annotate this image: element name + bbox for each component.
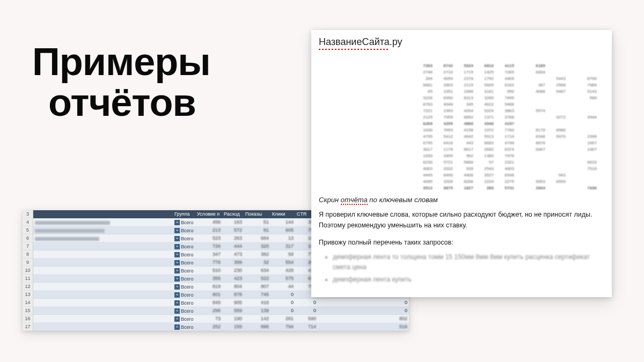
row-number: 9	[23, 258, 33, 267]
group-label: Всего	[181, 244, 194, 249]
col-clicks: Клики	[270, 210, 295, 218]
zero-cell: 0	[318, 307, 409, 315]
expand-icon[interactable]: +	[174, 316, 180, 322]
zero-cell: 0	[295, 299, 318, 307]
zero-cell: 0	[270, 307, 295, 315]
slide-title-line1: Примеры	[32, 42, 210, 83]
group-label: Всего	[181, 220, 194, 225]
table-row: 17+Всего252155896794714516	[23, 323, 409, 331]
group-label: Всего	[181, 260, 194, 265]
caption-post: по ключевым словам	[368, 196, 438, 204]
zero-cell: 0	[318, 299, 409, 307]
stats-row: 44458490440635276548943	[319, 172, 598, 179]
slide-title: Примеры отчётов	[32, 42, 210, 123]
stats-row: 6230572158665723216633	[319, 159, 598, 166]
row-number: 12	[23, 283, 33, 291]
expand-icon[interactable]: +	[174, 268, 180, 274]
row-number: 8	[23, 250, 33, 258]
expand-icon[interactable]: +	[174, 308, 180, 314]
stats-row: 284405923781792440954438790	[319, 76, 598, 82]
group-label: Всего	[181, 284, 194, 290]
doc-para1: Я проверил ключевые слова, которые сильн…	[319, 209, 604, 231]
document-card: НазваниеСайта.ру 72638742532468104115618…	[311, 30, 612, 297]
table-row: 14+Всего845905416000	[23, 299, 409, 307]
zero-cell: 0	[295, 307, 318, 315]
stats-row: 1630769341581072776081708580	[319, 127, 598, 134]
caption: Скрин отчёта по ключевым словам	[319, 196, 604, 204]
expand-icon[interactable]: +	[174, 292, 180, 298]
stats-row: 3017117986172682637460671007	[319, 146, 598, 153]
group-label: Всего	[181, 324, 194, 330]
row-number: 4	[23, 218, 33, 226]
stats-row: 722119934204522438635574	[319, 108, 598, 114]
group-label: Всего	[181, 252, 194, 257]
expand-icon[interactable]: +	[174, 244, 180, 249]
stats-row: 47555412464259131719834659702399	[319, 134, 598, 140]
col-group: Группа	[173, 210, 195, 218]
bullet-item: демпферная лента купить	[333, 275, 604, 285]
expand-icon[interactable]: +	[174, 260, 180, 265]
doc-title: НазваниеСайта.ру	[319, 36, 604, 48]
stats-row: 2125795588921371376842724544	[319, 114, 598, 121]
row-number: 17	[23, 323, 33, 331]
group-label: Всего	[181, 292, 194, 298]
row-number: 10	[23, 267, 33, 275]
group-label: Всего	[181, 228, 194, 233]
bullet-item: демпферная лента то толщина томм 15 150м…	[333, 252, 604, 272]
spellcheck-underline	[319, 49, 389, 50]
col-spend: Расход	[222, 210, 244, 218]
row-number: 14	[23, 299, 33, 307]
group-label: Всего	[181, 308, 194, 314]
row-number: 15	[23, 307, 33, 315]
caption-pre: Скрин	[319, 196, 341, 204]
stats-row: 4095333982062224227550536559	[319, 179, 598, 185]
table-row: 15+Всего296559139000	[23, 307, 409, 315]
stats-table-blurred: 7263874253246810411561892746271017151425…	[319, 56, 598, 191]
bullet-list: демпферная лента то толщина томм 15 150м…	[319, 252, 604, 285]
expand-icon[interactable]: +	[174, 220, 180, 225]
caption-em: отчёта	[341, 196, 368, 205]
group-label: Всего	[181, 300, 194, 306]
col-cond: Условие п	[195, 210, 222, 218]
expand-icon[interactable]: +	[174, 276, 180, 282]
doc-para2: Привожу полный перечень таких запросов:	[319, 237, 604, 248]
row-number: 13	[23, 291, 33, 299]
stats-row: 65105116983181550408854875143	[319, 88, 598, 95]
zero-cell: 0	[270, 291, 295, 299]
expand-icon[interactable]: +	[174, 236, 180, 241]
stats-row: 32288350831332857495589	[319, 95, 598, 101]
row-number: 11	[23, 275, 33, 283]
row-number: 3	[23, 210, 33, 218]
doc-body: Я проверил ключевые слова, которые сильн…	[319, 209, 604, 285]
row-number: 6	[23, 234, 33, 242]
stats-row: 40032032939254340037518	[319, 166, 598, 172]
expand-icon[interactable]: +	[174, 284, 180, 290]
stats-row: 62694295486043464197	[319, 121, 598, 127]
row-number: 7	[23, 242, 33, 250]
expand-icon[interactable]: +	[174, 300, 180, 306]
slide-title-line2: отчётов	[32, 83, 210, 123]
group-label: Всего	[181, 316, 194, 322]
stats-row: 726387425324681041156189	[319, 63, 598, 69]
stats-row: 6681280321195609616238725687989	[319, 82, 598, 88]
row-number: 5	[23, 226, 33, 234]
row-number: 16	[23, 315, 33, 323]
group-label: Всего	[181, 236, 194, 241]
stats-row: 274627101715142572656004	[319, 69, 598, 76]
table-row: 16+Всего73190142281590802	[23, 315, 409, 323]
stats-row: 679564184438682474888761667	[319, 140, 598, 146]
group-label: Всего	[181, 268, 194, 274]
expand-icon[interactable]: +	[174, 228, 180, 233]
zero-cell: 0	[270, 299, 295, 307]
stats-row: 351238751827283573120047636	[319, 185, 598, 191]
stats-row: 8783404834546225488	[319, 101, 598, 108]
group-label: Всего	[181, 276, 194, 282]
col-impr: Показы	[244, 210, 270, 218]
expand-icon[interactable]: +	[174, 252, 180, 257]
expand-icon[interactable]: +	[174, 324, 180, 330]
stats-row: 1830345556213807978	[319, 153, 598, 159]
